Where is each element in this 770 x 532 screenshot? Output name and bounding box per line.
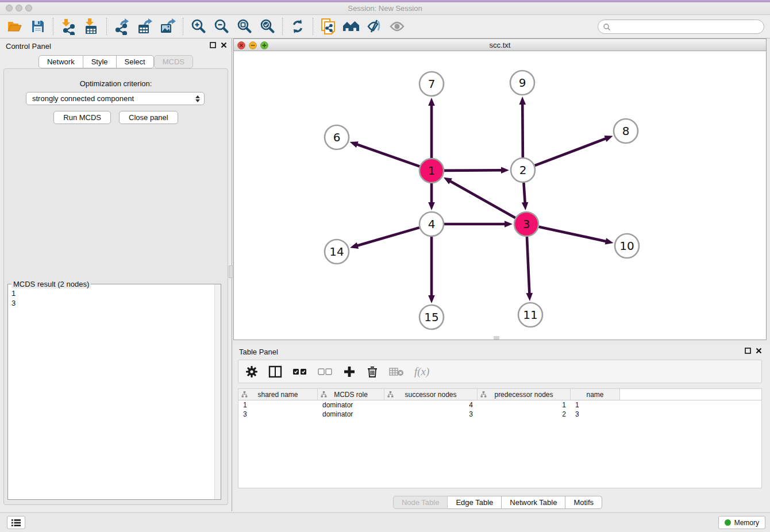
edge-2-3[interactable] xyxy=(523,183,525,205)
memory-button[interactable]: Memory xyxy=(718,516,765,529)
toolbar-separator xyxy=(313,18,313,35)
select-all-icon[interactable] xyxy=(292,368,307,376)
table-cell[interactable]: dominator xyxy=(318,410,384,419)
tab-style[interactable]: Style xyxy=(83,55,117,68)
close-panel-button[interactable]: Close panel xyxy=(119,111,178,124)
tab-network[interactable]: Network xyxy=(38,55,83,68)
task-history-button[interactable] xyxy=(7,516,25,529)
edge-1-6[interactable] xyxy=(355,144,419,167)
table-cell[interactable]: 3 xyxy=(238,410,318,419)
list-icon xyxy=(11,519,21,527)
search-icon xyxy=(603,23,611,31)
open-folder-icon[interactable] xyxy=(3,17,26,36)
table-cell[interactable]: 4 xyxy=(384,400,478,410)
canvas-resize-handle[interactable] xyxy=(494,336,499,340)
table-cell[interactable]: 1 xyxy=(238,400,318,410)
export-image-icon[interactable] xyxy=(156,17,179,36)
edge-3-1[interactable] xyxy=(448,180,515,218)
edge-2-9[interactable] xyxy=(522,102,523,157)
edge-4-14[interactable] xyxy=(355,228,419,246)
delete-table-icon[interactable] xyxy=(389,367,404,377)
edge-arrowhead xyxy=(522,202,529,210)
zoom-out-icon[interactable] xyxy=(210,17,233,36)
mcds-result-list[interactable]: 1 3 xyxy=(8,286,214,499)
edge-arrowhead xyxy=(428,295,435,303)
edge-3-10[interactable] xyxy=(538,227,608,242)
criterion-select[interactable]: strongly connected component xyxy=(26,92,205,105)
node-label-2: 2 xyxy=(519,163,527,177)
tab-network-table[interactable]: Network Table xyxy=(502,496,565,509)
close-table-panel-icon[interactable] xyxy=(756,348,762,354)
close-panel-icon[interactable] xyxy=(221,42,227,48)
table-cell[interactable]: dominator xyxy=(318,400,384,410)
columns-icon[interactable] xyxy=(268,365,282,379)
node-label-3: 3 xyxy=(523,217,530,231)
edge-1-2[interactable] xyxy=(444,170,504,171)
edge-3-11[interactable] xyxy=(527,237,530,296)
edge-arrowhead xyxy=(350,141,359,148)
search-field[interactable] xyxy=(598,20,764,34)
search-input[interactable] xyxy=(611,23,764,31)
tab-node-table[interactable]: Node Table xyxy=(393,496,448,509)
float-panel-icon[interactable] xyxy=(210,42,216,48)
tab-motifs[interactable]: Motifs xyxy=(565,496,602,509)
column-header-predecessor-nodes[interactable]: predecessor nodes xyxy=(478,389,571,400)
hierarchy-icon xyxy=(241,391,248,398)
network-canvas[interactable]: 7968124314101511 xyxy=(234,51,766,340)
add-column-icon[interactable] xyxy=(343,365,356,378)
table-cell[interactable]: 3 xyxy=(571,410,620,419)
result-line: 1 xyxy=(11,288,210,298)
zoom-fit-icon[interactable] xyxy=(233,17,256,36)
memory-status-icon xyxy=(725,519,731,526)
function-builder-icon[interactable]: f(x) xyxy=(414,365,429,378)
table-cell[interactable]: 2 xyxy=(478,410,571,419)
save-icon[interactable] xyxy=(26,17,49,36)
float-table-panel-icon[interactable] xyxy=(745,348,751,354)
unselect-all-icon[interactable] xyxy=(318,368,333,376)
refresh-icon[interactable] xyxy=(286,17,309,36)
table-cell[interactable]: 1 xyxy=(478,400,571,410)
edge-arrowhead xyxy=(428,202,435,210)
optimization-criterion-label: Optimization criterion: xyxy=(4,79,228,88)
houses-icon[interactable] xyxy=(340,17,363,36)
node-label-7: 7 xyxy=(428,77,436,91)
network-window-titlebar[interactable]: scc.txt xyxy=(234,39,766,51)
import-table-icon[interactable] xyxy=(80,17,103,36)
edge-arrowhead xyxy=(505,221,513,228)
clone-network-icon[interactable] xyxy=(317,17,340,36)
column-header-shared-name[interactable]: shared name xyxy=(238,389,318,400)
hide-selected-icon[interactable] xyxy=(363,17,386,36)
export-table-icon[interactable] xyxy=(133,17,156,36)
table-row[interactable]: 3dominator323 xyxy=(238,410,761,419)
result-scrollbar[interactable] xyxy=(214,284,221,499)
session-title: Session: New Session xyxy=(0,4,770,13)
edge-arrowhead xyxy=(428,98,435,106)
column-header-successor-nodes[interactable]: successor nodes xyxy=(384,389,478,400)
delete-column-icon[interactable] xyxy=(366,365,379,378)
table-body: 1dominator4113dominator323 xyxy=(238,400,761,419)
zoom-in-icon[interactable] xyxy=(187,17,210,36)
column-header-name[interactable]: name xyxy=(571,389,620,400)
edge-2-8[interactable] xyxy=(535,138,609,165)
tab-select[interactable]: Select xyxy=(117,55,154,68)
run-mcds-button[interactable]: Run MCDS xyxy=(53,111,111,124)
network-view-window: scc.txt 7968124314101511 xyxy=(233,38,767,340)
zoom-selected-icon[interactable] xyxy=(256,17,279,36)
export-network-icon[interactable] xyxy=(110,17,133,36)
node-label-11: 11 xyxy=(523,308,537,322)
table-cell[interactable]: 1 xyxy=(571,400,620,410)
show-all-icon[interactable] xyxy=(386,17,409,36)
table-row[interactable]: 1dominator411 xyxy=(238,400,761,410)
toolbar-separator xyxy=(106,18,107,35)
node-label-10: 10 xyxy=(619,239,634,253)
panel-splitter-handle[interactable] xyxy=(229,265,233,278)
table-cell[interactable]: 3 xyxy=(384,410,478,419)
column-header-mcds-role[interactable]: MCDS role xyxy=(318,389,384,400)
node-label-14: 14 xyxy=(329,245,344,259)
tab-edge-table[interactable]: Edge Table xyxy=(448,496,502,509)
status-bar: Memory xyxy=(0,512,770,532)
application-window: Session: New Session xyxy=(0,0,770,532)
import-network-icon[interactable] xyxy=(57,17,80,36)
gear-icon[interactable] xyxy=(245,365,258,378)
tab-mcds[interactable]: MCDS xyxy=(154,55,193,68)
